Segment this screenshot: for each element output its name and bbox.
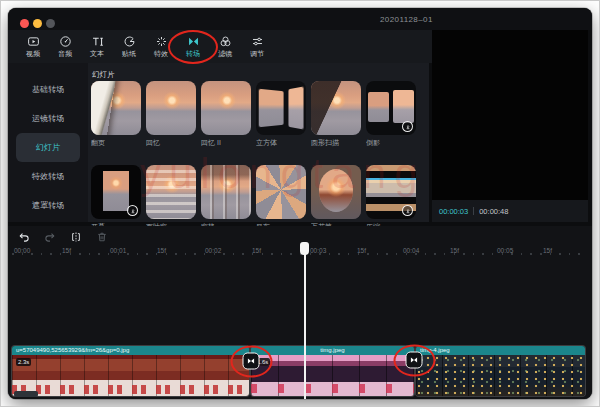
transition-bowtie-icon[interactable] [406,352,423,369]
section-title: 幻灯片 [92,70,115,80]
transition-card-label: 圆形扫描 [311,138,361,148]
clip-thumbnails [12,355,249,396]
transition-thumbnail [201,81,251,135]
undo-button[interactable] [18,229,30,241]
transition-grid: 翻页回忆回忆 II立方体圆形扫描倒影开幕百叶窗窗格风车万花筒压缩 [91,81,426,232]
transition-card-memory2[interactable]: 回忆 II [201,81,251,148]
toolbar-item-text[interactable]: 文本 [82,35,112,59]
sidebar-item-mask[interactable]: 遮罩转场 [16,191,80,220]
video-preview [432,30,588,200]
sidebar-item-effect[interactable]: 特效转场 [16,162,80,191]
transition-card-compress[interactable]: 压缩 [366,165,416,232]
toolbar-item-label: 视频 [26,49,40,59]
timeline-clip[interactable]: timg.jpeg1.6s [251,346,414,396]
transition-marker[interactable] [243,353,260,370]
ruler-tick-label: 15f [543,247,552,254]
split-button[interactable] [70,229,82,241]
ruler-tick-label: 00:05 [497,247,513,254]
download-badge-icon [402,121,413,132]
transition-card-memory[interactable]: 回忆 [146,81,196,148]
ruler-tick-label: 00:04 [403,247,419,254]
transition-bowtie-icon[interactable] [243,353,260,370]
download-badge-icon [127,205,138,216]
toolbar-item-adjust[interactable]: 调节 [242,35,272,59]
transition-thumbnail [146,81,196,135]
transition-card-opening[interactable]: 开幕 [91,165,141,232]
timeline-clip[interactable]: u=57049490,525653929&fm=26&gp=0.jpg2.3s [12,346,249,396]
titlebar: 20201128–01 [8,8,592,30]
toolbar-item-sticker[interactable]: 贴纸 [114,35,144,59]
sidebar-item-slide[interactable]: 幻灯片 [16,133,80,162]
clip-duration-badge: 2.3s [16,358,31,366]
ruler-tick-label: 00:03 [310,247,326,254]
transition-card-cube[interactable]: 立方体 [256,81,306,148]
toolbar-item-label: 贴纸 [122,49,136,59]
toolbar-item-label: 特效 [154,49,168,59]
ruler-tick-label: 00:00 [14,247,30,254]
adjust-icon [251,35,264,48]
sidebar-item-basic[interactable]: 基础转场 [16,75,80,104]
ruler-tick-label: 15f [62,247,71,254]
download-badge-icon [402,205,413,216]
transition-card-reflection[interactable]: 倒影 [366,81,416,148]
effects-icon [155,35,168,48]
transition-thumbnail [311,165,361,219]
playhead-line [304,253,306,399]
sidebar-item-camera[interactable]: 运镜转场 [16,104,80,133]
transition-card-pane[interactable]: 窗格 [201,165,251,232]
sticker-icon [123,35,136,48]
clip-filename: timg.jpeg [251,346,414,355]
toolbar-item-effects[interactable]: 特效 [146,35,176,59]
transition-card-pinwheel[interactable]: 风车 [256,165,306,232]
transition-thumbnail [256,81,306,135]
clip-thumbnails [416,355,585,396]
transition-card-label: 翻页 [91,138,141,148]
app-window: 20201128–01 视频音频文本贴纸特效转场滤镜调节 基础转场运镜转场幻灯片… [8,8,592,399]
transition-thumbnail [366,81,416,135]
transition-thumbnail [256,165,306,219]
text-icon [91,35,104,48]
audio-icon [59,35,72,48]
redo-button[interactable] [44,229,56,241]
transition-card-label: 倒影 [366,138,416,148]
zoom-button[interactable] [46,19,55,28]
close-button[interactable] [20,19,29,28]
transition-card-circle-sweep[interactable]: 圆形扫描 [311,81,361,148]
toolbar: 视频音频文本贴纸特效转场滤镜调节 [8,30,439,63]
window-title: 20201128–01 [380,15,433,24]
toolbar-item-label: 滤镜 [218,49,232,59]
transition-card-kaleido[interactable]: 万花筒 [311,165,361,232]
transition-card-label: 回忆 [146,138,196,148]
transition-card-label: 回忆 II [201,138,251,148]
filter-icon [219,35,232,48]
transition-marker[interactable] [406,352,423,369]
transition-card-blinds[interactable]: 百叶窗 [146,165,196,232]
transition-thumbnail [91,81,141,135]
toolbar-item-video[interactable]: 视频 [18,35,48,59]
timeline-clip[interactable]: timg-4.jpeg [416,346,585,396]
ruler-tick-label: 15f [450,247,459,254]
toolbar-item-label: 音频 [58,49,72,59]
transition-thumbnail [366,165,416,219]
clip-filename: timg-4.jpeg [416,346,585,355]
timecode-bar: 00:00:03 00:00:48 [432,200,588,222]
delete-button[interactable] [96,229,108,241]
transition-card-page-turn[interactable]: 翻页 [91,81,141,148]
playhead-handle[interactable] [300,242,309,255]
transition-thumbnail [311,81,361,135]
ruler-tick-label: 15f [252,247,261,254]
transition-thumbnail [146,165,196,219]
toolbar-item-audio[interactable]: 音频 [50,35,80,59]
timeline-panel: 00:0015f00:0115f00:0215f00:0315f00:0415f… [8,226,592,399]
minimize-button[interactable] [33,19,42,28]
toolbar-item-label: 转场 [186,49,200,59]
clip-thumbnails [251,355,414,396]
ruler-tick-label: 15f [357,247,366,254]
track-corner-tab[interactable] [14,391,38,397]
video-icon [27,35,40,48]
toolbar-item-transition[interactable]: 转场 [178,35,208,59]
clip-filename: u=57049490,525653929&fm=26&gp=0.jpg [12,346,249,355]
toolbar-item-filter[interactable]: 滤镜 [210,35,240,59]
ruler-tick-label: 00:02 [205,247,221,254]
timeline-toolbar [18,229,108,241]
